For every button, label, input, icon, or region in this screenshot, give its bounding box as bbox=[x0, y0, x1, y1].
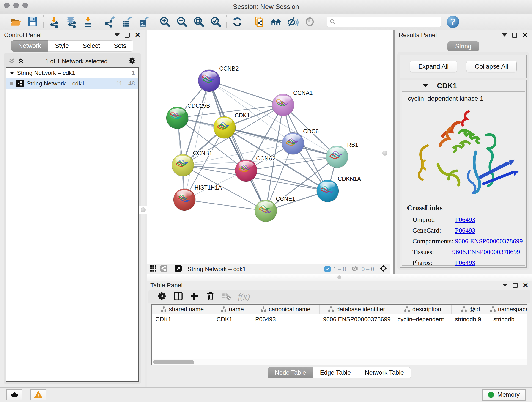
left-splitter[interactable] bbox=[145, 30, 147, 387]
tab-edge-table[interactable]: Edge Table bbox=[313, 367, 358, 378]
search-field[interactable] bbox=[327, 17, 441, 27]
collapse-all-chevrons-icon[interactable] bbox=[17, 58, 24, 65]
expand-all-chevrons-icon[interactable] bbox=[8, 58, 15, 65]
import-table-file-button[interactable] bbox=[81, 15, 95, 28]
show-columns-button[interactable] bbox=[174, 292, 183, 302]
network-edge[interactable] bbox=[184, 200, 266, 211]
delete-table-button[interactable] bbox=[222, 292, 231, 302]
delete-column-button[interactable] bbox=[206, 292, 215, 302]
table-cell[interactable]: 9606.ENSP00000378699 bbox=[319, 314, 394, 324]
network-row[interactable]: String Network – cdk1 11 48 bbox=[6, 78, 138, 89]
network-view[interactable]: CCNB2CCNA1CDC25BCDK1CDC6RB1CCNB1CCNA2CDK… bbox=[147, 30, 390, 274]
import-network-file-button[interactable] bbox=[47, 15, 61, 28]
crosslink-link[interactable]: P06493 bbox=[455, 227, 475, 234]
network-edge[interactable] bbox=[209, 81, 283, 105]
tab-string[interactable]: String bbox=[447, 41, 479, 51]
zoom-selected-button[interactable] bbox=[209, 15, 223, 28]
column-header--id[interactable]: @id bbox=[451, 305, 490, 314]
column-header-database-identifier[interactable]: database identifier bbox=[319, 305, 394, 314]
crosslink-link[interactable]: 9606.ENSP00000378699 bbox=[455, 237, 523, 245]
add-column-button[interactable] bbox=[190, 292, 199, 302]
birdseye-toggle-button[interactable] bbox=[175, 265, 182, 274]
network-edge[interactable] bbox=[209, 81, 266, 211]
panel-menu-icon[interactable] bbox=[502, 33, 507, 37]
panel-menu-icon[interactable] bbox=[114, 33, 120, 37]
show-glass-button[interactable] bbox=[303, 15, 317, 28]
panel-float-icon[interactable] bbox=[513, 283, 518, 288]
export-table-button[interactable] bbox=[120, 15, 133, 28]
export-network-button[interactable] bbox=[103, 15, 116, 28]
network-node-cdc25b[interactable]: CDC25B bbox=[166, 102, 210, 129]
close-window-button[interactable] bbox=[4, 2, 10, 8]
network-node-cdkn1a[interactable]: CDKN1A bbox=[317, 176, 361, 202]
network-edge[interactable] bbox=[184, 81, 209, 200]
table-cell[interactable]: CDK1 bbox=[213, 314, 252, 324]
panel-close-icon[interactable]: ✕ bbox=[523, 282, 528, 289]
panel-menu-icon[interactable] bbox=[502, 284, 507, 287]
export-image-button[interactable] bbox=[137, 15, 150, 28]
network-canvas[interactable]: CCNB2CCNA1CDC25BCDK1CDC6RB1CCNB1CCNA2CDK… bbox=[147, 30, 390, 264]
collapse-node-icon[interactable] bbox=[423, 84, 428, 87]
tab-select[interactable]: Select bbox=[76, 40, 107, 51]
tab-network-table[interactable]: Network Table bbox=[358, 367, 411, 378]
table-horizontal-scrollbar[interactable] bbox=[152, 359, 527, 365]
crosshair-button[interactable] bbox=[380, 265, 387, 274]
network-node-ccna1[interactable]: CCNA1 bbox=[272, 89, 313, 116]
network-node-rb1[interactable]: RB1 bbox=[326, 141, 358, 168]
network-node-cdk1[interactable]: CDK1 bbox=[214, 112, 250, 138]
crosslink-link[interactable]: P06493 bbox=[455, 259, 475, 267]
panel-close-icon[interactable]: ✕ bbox=[522, 32, 528, 38]
tab-network[interactable]: Network bbox=[11, 40, 48, 51]
table-cell[interactable]: CDK1 bbox=[152, 314, 213, 324]
collapse-icon[interactable] bbox=[10, 71, 14, 75]
zoom-in-button[interactable] bbox=[158, 15, 172, 28]
minimize-window-button[interactable] bbox=[13, 2, 19, 8]
memory-button[interactable]: Memory bbox=[482, 389, 526, 401]
crosslink-link[interactable]: P06493 bbox=[455, 216, 475, 223]
table-splitter-handle[interactable] bbox=[337, 275, 341, 279]
results-splitter[interactable] bbox=[390, 30, 394, 274]
network-node-hist1h1a[interactable]: HIST1H1A bbox=[173, 184, 222, 211]
import-network-database-button[interactable] bbox=[64, 15, 78, 28]
maximize-window-button[interactable] bbox=[22, 2, 28, 8]
expand-all-button[interactable]: Expand All bbox=[410, 61, 457, 72]
zoom-out-button[interactable] bbox=[175, 15, 189, 28]
tab-node-table[interactable]: Node Table bbox=[268, 367, 313, 378]
search-input[interactable] bbox=[337, 18, 438, 25]
refresh-button[interactable] bbox=[230, 15, 244, 28]
panel-float-icon[interactable] bbox=[125, 32, 130, 38]
node-table[interactable]: shared namenamecanonical namedatabase id… bbox=[151, 304, 527, 365]
panel-close-icon[interactable]: ✕ bbox=[135, 32, 140, 38]
scrollbar-thumb[interactable] bbox=[153, 360, 194, 364]
table-options-button[interactable] bbox=[158, 292, 167, 302]
table-cell[interactable]: P06493 bbox=[252, 314, 319, 324]
network-collection-row[interactable]: String Network – cdk1 1 bbox=[6, 68, 138, 78]
cloud-status-button[interactable] bbox=[6, 389, 22, 400]
zoom-fit-button[interactable] bbox=[192, 15, 206, 28]
warnings-button[interactable] bbox=[30, 389, 46, 400]
copy-network-button[interactable] bbox=[252, 15, 266, 28]
column-header-description[interactable]: description bbox=[394, 305, 451, 314]
column-header-name[interactable]: name bbox=[213, 305, 252, 314]
open-session-button[interactable] bbox=[9, 15, 22, 28]
grid-view-button[interactable] bbox=[150, 265, 157, 274]
tab-sets[interactable]: Sets bbox=[107, 40, 133, 51]
network-node-ccnb1[interactable]: CCNB1 bbox=[172, 150, 212, 176]
table-cell[interactable]: stringdb:9... bbox=[451, 314, 490, 324]
column-header-canonical-name[interactable]: canonical name bbox=[252, 305, 319, 314]
collapse-all-button[interactable]: Collapse All bbox=[466, 61, 517, 72]
right-splitter-handle[interactable] bbox=[381, 149, 389, 157]
table-cell[interactable]: stringdb bbox=[490, 314, 527, 324]
panel-float-icon[interactable] bbox=[512, 32, 517, 38]
network-options-button[interactable] bbox=[128, 57, 136, 65]
table-splitter[interactable] bbox=[147, 274, 532, 281]
tab-style[interactable]: Style bbox=[48, 40, 76, 51]
function-builder-button[interactable]: f(x) bbox=[238, 292, 250, 302]
share-view-button[interactable] bbox=[160, 265, 167, 274]
selected-checkbox-icon[interactable] bbox=[324, 266, 331, 272]
help-button[interactable]: ? bbox=[447, 16, 459, 28]
table-row[interactable]: CDK1CDK1P064939606.ENSP00000378699cyclin… bbox=[152, 314, 527, 324]
save-session-button[interactable] bbox=[26, 15, 39, 28]
table-cell[interactable]: cyclin–dependent ... bbox=[394, 314, 451, 324]
hide-glass-button[interactable] bbox=[286, 15, 300, 28]
